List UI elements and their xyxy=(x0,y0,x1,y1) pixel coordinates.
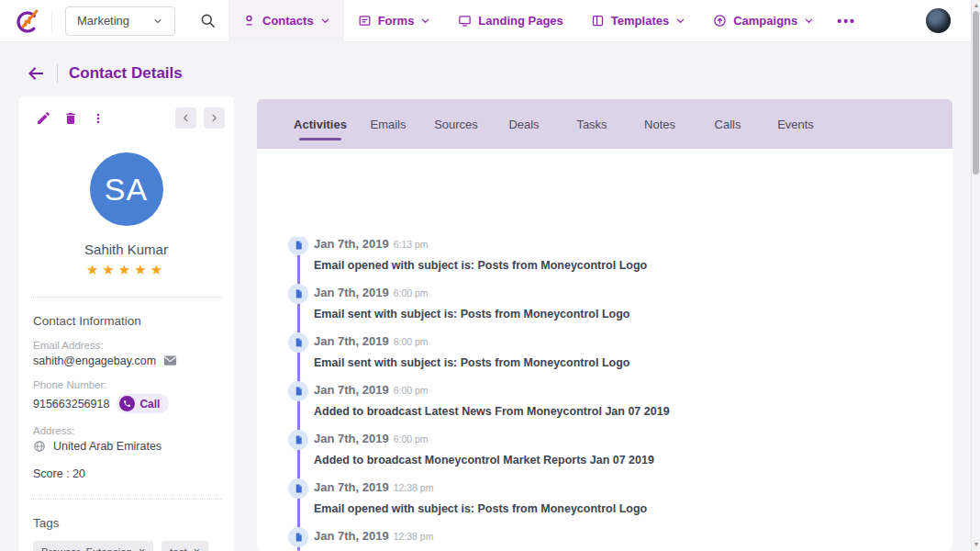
page-header: Contact Details xyxy=(0,57,183,90)
call-button-label: Call xyxy=(139,398,160,410)
previous-contact-button[interactable] xyxy=(175,107,196,129)
activity-time: 6:13 pm xyxy=(394,239,429,250)
tab-tasks[interactable]: Tasks xyxy=(558,99,626,149)
activity-description: Added to broadcast Moneycontrol Market R… xyxy=(314,454,938,467)
next-contact-button[interactable] xyxy=(204,107,225,129)
form-icon xyxy=(358,14,372,28)
top-navbar: Marketing ContactsFormsLanding PagesTemp… xyxy=(0,0,971,42)
detail-tabs: ActivitiesEmailsSourcesDealsTasksNotesCa… xyxy=(257,99,952,149)
call-button[interactable]: Call xyxy=(117,394,169,413)
tag-remove-icon[interactable]: × xyxy=(194,545,200,551)
template-icon xyxy=(591,14,605,28)
email-value: sahith@engagebay.com xyxy=(33,354,156,367)
activity-description: Email opened with subject is: Posts from… xyxy=(314,259,938,272)
contact-avatar-initials: SA xyxy=(90,152,163,226)
section-title: Contact Information xyxy=(33,314,219,328)
tag-label: Browser_Extension xyxy=(41,546,132,551)
email-label: Email Address: xyxy=(33,340,219,351)
tags-list: Browser_Extension×test×testee×United Ara… xyxy=(33,541,219,551)
activity-document-icon xyxy=(288,237,308,255)
nav-item-landing-pages[interactable]: Landing Pages xyxy=(444,0,576,42)
edit-pencil-icon[interactable] xyxy=(33,108,53,129)
tag-pill[interactable]: test× xyxy=(161,541,208,551)
nav-item-contacts[interactable]: Contacts xyxy=(228,0,344,42)
tags-section: Tags Browser_Extension×test×testee×Unite… xyxy=(18,516,234,551)
activity-document-icon xyxy=(288,381,308,401)
activity-description: Email opened with subject is: Posts from… xyxy=(314,502,938,515)
timeline-item: Jan 7th, 20196:00 pmEmail sent with subj… xyxy=(288,334,938,367)
phone-label: Phone Number: xyxy=(33,379,219,390)
scroll-down-icon[interactable]: ▼ xyxy=(972,540,980,549)
engagebay-logo-icon[interactable] xyxy=(13,6,44,37)
activity-time: 12:38 pm xyxy=(394,531,434,542)
delete-trash-icon[interactable] xyxy=(61,108,81,129)
score-value: Score : 20 xyxy=(33,467,219,480)
app-selector-label: Marketing xyxy=(77,14,129,28)
nav-item-forms[interactable]: Forms xyxy=(344,0,445,42)
chevron-down-icon xyxy=(675,16,685,26)
nav-item-templates[interactable]: Templates xyxy=(577,0,699,42)
scrollbar-thumb[interactable] xyxy=(973,11,979,174)
kebab-menu-icon[interactable] xyxy=(88,108,108,129)
timeline-item: Jan 7th, 20196:00 pmEmail sent with subj… xyxy=(288,286,938,319)
activity-document-icon xyxy=(288,430,308,450)
tag-pill[interactable]: Browser_Extension× xyxy=(33,541,153,551)
activity-date: Jan 7th, 2019 xyxy=(314,432,389,445)
activity-time: 6:00 pm xyxy=(394,336,429,347)
timeline-item: Jan 7th, 201912:38 pmEmail opened with s… xyxy=(288,480,938,513)
tab-notes[interactable]: Notes xyxy=(626,99,694,149)
divider xyxy=(31,297,221,298)
more-menu-icon[interactable]: ••• xyxy=(828,14,865,28)
contact-detail-panel: ActivitiesEmailsSourcesDealsTasksNotesCa… xyxy=(257,99,952,551)
back-arrow-icon[interactable] xyxy=(24,62,48,85)
tag-remove-icon[interactable]: × xyxy=(139,545,145,551)
monitor-icon xyxy=(458,14,472,28)
tab-emails[interactable]: Emails xyxy=(354,99,422,149)
timeline-item: Jan 7th, 20196:00 pmAdded to broadcast M… xyxy=(288,432,938,465)
phone-icon xyxy=(119,396,135,411)
scroll-up-icon[interactable]: ▲ xyxy=(972,1,980,10)
tags-title: Tags xyxy=(33,516,219,530)
tab-events[interactable]: Events xyxy=(762,99,830,149)
activity-description: Added to broadcast Latest News From Mone… xyxy=(314,405,938,418)
contact-toolbar xyxy=(18,96,234,129)
chevron-down-icon xyxy=(804,16,814,26)
phone-value: 915663256918 xyxy=(33,398,109,410)
nav-item-campaigns[interactable]: Campaigns xyxy=(699,0,828,42)
app-selector-dropdown[interactable]: Marketing xyxy=(65,6,175,36)
address-value: United Arab Emirates xyxy=(53,440,161,453)
header-divider xyxy=(57,64,58,83)
tab-sources[interactable]: Sources xyxy=(422,99,490,149)
activity-document-icon xyxy=(288,284,308,304)
activity-time: 6:00 pm xyxy=(394,287,429,298)
search-icon[interactable] xyxy=(195,9,219,33)
activity-time: 12:38 pm xyxy=(394,482,434,493)
tab-deals[interactable]: Deals xyxy=(490,99,558,149)
activity-date: Jan 7th, 2019 xyxy=(314,529,389,543)
contact-name: Sahith Kumar xyxy=(18,242,234,257)
star-rating[interactable]: ★★★★★ xyxy=(18,262,234,278)
chevron-down-icon xyxy=(152,16,163,27)
chevron-down-icon xyxy=(320,16,330,26)
person-icon xyxy=(242,14,256,28)
user-avatar[interactable] xyxy=(926,8,951,33)
activity-description: Email sent with subject is: Posts from M… xyxy=(314,308,938,320)
envelope-icon[interactable] xyxy=(163,355,177,366)
address-label: Address: xyxy=(33,425,219,436)
activity-time: 6:00 pm xyxy=(394,433,429,444)
contact-information-section: Contact Information Email Address: sahit… xyxy=(18,314,234,480)
activity-date: Jan 7th, 2019 xyxy=(314,480,389,494)
page-title: Contact Details xyxy=(69,64,183,83)
nav-item-label: Landing Pages xyxy=(478,14,562,28)
activity-timeline: Jan 7th, 20196:13 pmEmail opened with su… xyxy=(288,237,938,551)
divider xyxy=(31,499,221,500)
vertical-scrollbar[interactable]: ▲ ▼ xyxy=(971,0,980,551)
contact-summary-card: SA Sahith Kumar ★★★★★ Contact Informatio… xyxy=(18,96,234,551)
tab-calls[interactable]: Calls xyxy=(694,99,762,149)
tab-activities[interactable]: Activities xyxy=(286,99,354,149)
main-nav: ContactsFormsLanding PagesTemplatesCampa… xyxy=(228,0,828,42)
tag-label: test xyxy=(170,546,187,551)
activity-date: Jan 7th, 2019 xyxy=(314,237,389,251)
chevron-down-icon xyxy=(420,16,430,26)
timeline-item: Jan 7th, 20196:00 pmAdded to broadcast L… xyxy=(288,383,938,416)
